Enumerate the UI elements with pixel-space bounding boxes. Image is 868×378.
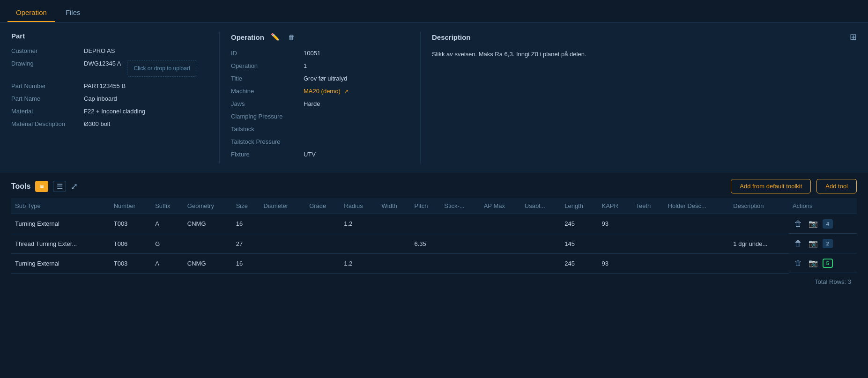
table-cell [305,253,340,273]
tool-badge[interactable]: 4 [823,219,833,229]
customer-row: Customer DEPRO AS [11,47,208,54]
table-cell [521,234,561,253]
op-fixture-row: Fixture UTV [231,151,409,158]
customer-value: DEPRO AS [84,47,115,54]
table-cell [378,234,411,253]
table-cell [664,234,730,253]
part-name-value: Cap inboard [84,95,117,102]
material-row: Material F22 + Inconel cladding [11,108,208,115]
material-value: F22 + Inconel cladding [84,108,145,115]
description-title: Description [432,33,471,41]
material-desc-value: Ø300 bolt [84,120,110,127]
table-cell [664,214,730,234]
description-section: Description ⊞ Slikk av sveisen. Maks Ra … [432,32,857,163]
col-number: Number [110,198,151,214]
table-cell: Thread Turning Exter... [11,234,110,253]
op-fixture-value: UTV [304,151,316,158]
op-tailstock-pressure-row: Tailstock Pressure [231,138,409,145]
edit-operation-button[interactable]: ✏️ [269,32,282,42]
table-row: Turning ExternalT003ACNMG161.224593🗑📷5 [11,253,857,273]
material-desc-label: Material Description [11,120,84,127]
col-length: Length [561,198,598,214]
table-cell [440,234,480,253]
op-jaws-value: Harde [304,100,320,107]
view-list-button[interactable]: ≡ [35,181,48,192]
actions-cell: 🗑📷5 [789,253,857,273]
table-cell [480,214,521,234]
col-kapr: KAPR [598,198,632,214]
op-title-label: Title [231,75,304,82]
total-rows: Total Rows: 3 [11,274,857,288]
table-cell: 245 [561,253,598,273]
part-number-row: Part Number PART123455 B [11,82,208,89]
op-jaws-label: Jaws [231,100,304,107]
tool-badge[interactable]: 5 [823,259,833,268]
table-cell: 145 [561,234,598,253]
col-pitch: Pitch [411,198,441,214]
op-operation-value: 1 [304,62,307,69]
delete-operation-button[interactable]: 🗑 [286,32,297,42]
view-grid-button[interactable]: ☰ [53,181,66,192]
part-number-label: Part Number [11,82,84,89]
op-machine-label: Machine [231,88,304,95]
col-sub-type: Sub Type [11,198,110,214]
op-id-value: 10051 [304,50,320,57]
col-size: Size [232,198,260,214]
delete-tool-button[interactable]: 🗑 [793,219,804,229]
table-cell: 27 [232,234,260,253]
tools-title: Tools [11,182,30,191]
tabs-bar: Operation Files [0,0,868,22]
tool-badge[interactable]: 2 [823,239,833,248]
table-cell [440,253,480,273]
table-cell: 16 [232,214,260,234]
table-cell [378,214,411,234]
table-cell: 93 [598,253,632,273]
col-width: Width [378,198,411,214]
customer-label: Customer [11,47,84,54]
table-cell [632,253,664,273]
op-machine-row: Machine MA20 (demo) ↗ [231,88,409,95]
part-name-label: Part Name [11,95,84,102]
expand-tools-button[interactable]: ⤢ [71,181,78,192]
part-section: Part Customer DEPRO AS Drawing DWG12345 … [11,32,208,163]
op-machine-value[interactable]: MA20 (demo) ↗ [304,88,349,95]
op-tailstock-row: Tailstock [231,126,409,133]
delete-tool-button[interactable]: 🗑 [793,238,804,249]
table-cell [340,234,378,253]
col-holder-desc: Holder Desc... [664,198,730,214]
table-cell: 1 dgr unde... [729,234,789,253]
external-link-icon: ↗ [344,88,349,95]
add-default-toolkit-button[interactable]: Add from default toolkit [731,179,811,193]
drawing-value: DWG12345 A [84,60,121,67]
camera-tool-button[interactable]: 📷 [807,258,820,268]
op-fixture-label: Fixture [231,151,304,158]
divider-op-desc [420,32,421,163]
add-tool-button[interactable]: Add tool [816,179,857,193]
table-cell [260,253,305,273]
tab-files[interactable]: Files [57,4,89,22]
table-cell [729,253,789,273]
op-clamping-row: Clamping Pressure [231,113,409,120]
grid-view-icon[interactable]: ⊞ [850,32,857,42]
table-cell [184,234,232,253]
table-cell: 1.2 [340,214,378,234]
camera-tool-button[interactable]: 📷 [807,238,820,249]
op-operation-row: Operation 1 [231,62,409,69]
table-cell: 93 [598,214,632,234]
table-cell: Turning External [11,214,110,234]
delete-tool-button[interactable]: 🗑 [793,258,804,268]
table-cell: T003 [110,214,151,234]
op-title-value: Grov før ultralyd [304,75,347,82]
col-suffix: Suffix [151,198,184,214]
camera-tool-button[interactable]: 📷 [807,218,820,229]
table-cell: T006 [110,234,151,253]
tools-table: Sub Type Number Suffix Geometry Size Dia… [11,198,857,274]
col-usable: Usabl... [521,198,561,214]
op-tailstock-pressure-label: Tailstock Pressure [231,138,304,145]
operation-title-row: Operation ✏️ 🗑 [231,32,409,42]
table-cell: 245 [561,214,598,234]
tab-operation[interactable]: Operation [7,4,55,22]
upload-box[interactable]: Click or drop to upload [127,60,197,77]
table-cell [632,214,664,234]
table-cell [305,214,340,234]
